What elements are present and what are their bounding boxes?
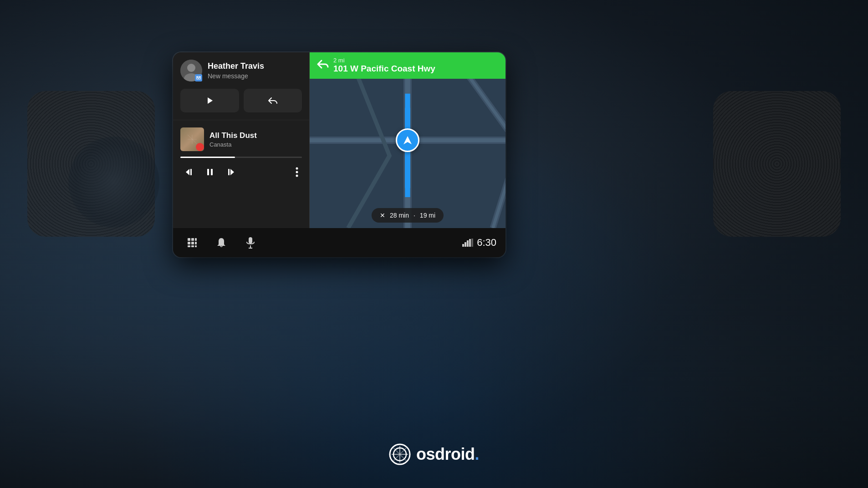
svg-rect-20 [188,238,190,241]
svg-rect-25 [195,242,197,244]
music-info: All This Dust Canasta [209,131,302,148]
bottom-bar: 6:30 [173,228,505,257]
album-art [180,127,204,151]
svg-rect-24 [191,242,194,244]
message-card: Heather Travis New message [173,52,309,120]
turn-arrow-icon [316,59,329,72]
svg-rect-22 [195,238,197,241]
svg-marker-4 [208,97,213,104]
artist-name: Canasta [209,141,302,148]
svg-marker-13 [230,169,234,175]
nav-distance: 2 mi [333,57,499,64]
osdroid-brand-text: osdroid. [416,445,479,464]
reply-message-button[interactable] [244,89,302,112]
brand-dot: . [475,445,479,463]
apps-button[interactable] [182,233,202,253]
svg-rect-11 [207,169,209,175]
notifications-button[interactable] [211,233,231,253]
brand-name: osdroid [416,445,475,463]
next-track-button[interactable] [222,163,240,181]
svg-point-15 [296,168,298,170]
trip-info: ✕ 28 min · 19 mi [372,208,444,223]
nav-circle [396,128,419,152]
map-panel: 2 mi 101 W Pacific Coast Hwy [310,52,505,228]
message-subtitle: New message [208,72,302,80]
status-area: 6:30 [462,237,496,249]
more-options-button[interactable] [292,163,302,181]
nav-street: 101 W Pacific Coast Hwy [333,64,499,74]
android-auto-display: Heather Travis New message [173,52,505,257]
progress-bar [180,157,302,158]
svg-rect-33 [465,242,466,247]
trip-duration: 28 min [390,212,409,219]
music-controls [180,163,302,181]
music-app-badge [196,143,204,151]
music-card: All This Dust Canasta [173,120,309,228]
navigation-marker [396,128,419,152]
svg-rect-23 [188,242,190,244]
svg-rect-12 [211,169,213,175]
steering-wheel-shadow [68,137,159,228]
navigation-info: 2 mi 101 W Pacific Coast Hwy [333,57,499,74]
message-actions [180,89,302,112]
microphone-button[interactable] [240,233,260,253]
svg-point-1 [187,64,195,72]
svg-rect-21 [191,238,194,241]
left-panel: Heather Travis New message [173,52,310,228]
play-message-button[interactable] [180,89,239,112]
svg-marker-9 [186,169,189,175]
svg-rect-34 [467,240,469,247]
osdroid-logo: osdroid. [389,443,479,465]
svg-marker-19 [403,136,412,144]
svg-rect-35 [469,239,471,247]
trip-separator: · [414,212,415,219]
svg-rect-27 [191,245,194,247]
avatar-container [180,60,202,81]
navigation-header: 2 mi 101 W Pacific Coast Hwy [310,52,505,79]
message-badge [195,74,202,81]
svg-point-16 [296,171,298,173]
svg-rect-26 [188,245,190,247]
prev-track-button[interactable] [180,163,198,181]
speaker-grille-right [713,91,841,237]
trip-distance: 19 mi [420,212,435,219]
svg-rect-36 [471,239,473,247]
song-title: All This Dust [209,131,302,140]
progress-fill [180,157,235,158]
contact-name: Heather Travis [208,61,302,71]
pause-button[interactable] [201,163,219,181]
message-info: Heather Travis New message [208,61,302,80]
clock-display: 6:30 [477,237,496,249]
svg-rect-10 [190,169,192,175]
svg-rect-28 [195,245,197,247]
svg-rect-14 [228,169,230,175]
svg-rect-32 [462,244,464,247]
svg-rect-29 [249,237,252,244]
svg-point-17 [296,175,298,177]
close-nav-button[interactable]: ✕ [380,212,385,219]
